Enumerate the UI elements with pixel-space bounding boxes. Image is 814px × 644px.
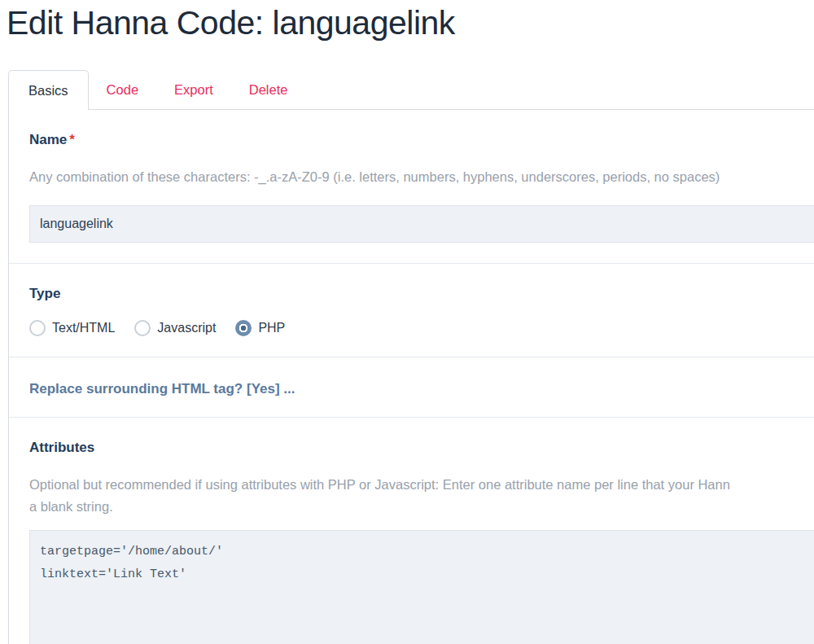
attributes-field-description: Optional but recommended if using attrib… [29, 474, 814, 518]
attributes-field-label: Attributes [29, 440, 814, 456]
radio-option-php-label: PHP [258, 321, 285, 335]
name-field-label: Name* [29, 132, 814, 148]
replace-html-tag-collapsed-fieldset[interactable]: Replace surrounding HTML tag? [Yes] ... [9, 357, 814, 417]
page: Edit Hanna Code: languagelink Basics Cod… [0, 0, 814, 644]
attributes-textarea[interactable]: targetpage='/home/about/' linktext='Link… [29, 530, 814, 644]
attributes-field-section: Attributes Optional but recommended if u… [9, 417, 814, 644]
name-input[interactable] [29, 205, 814, 243]
tab-basics-label: Basics [28, 83, 68, 99]
required-asterisk: * [69, 132, 75, 147]
radio-option-text-html[interactable]: Text/HTML [29, 320, 115, 336]
name-field-label-text: Name [29, 132, 67, 147]
tab-basics[interactable]: Basics [8, 70, 89, 110]
page-title: Edit Hanna Code: languagelink [0, 0, 814, 45]
radio-icon-selected[interactable] [235, 320, 252, 336]
name-field-description: Any combination of these characters: -_.… [29, 166, 814, 188]
name-field-section: Name* Any combination of these character… [9, 110, 814, 263]
radio-icon[interactable] [134, 320, 151, 336]
attributes-description-line2: a blank string. [29, 496, 814, 518]
tab-export[interactable]: Export [156, 70, 231, 109]
type-field-section: Type Text/HTML Javascript PHP [9, 263, 814, 357]
radio-option-javascript-label: Javascript [157, 321, 216, 335]
type-radio-group: Text/HTML Javascript PHP [29, 320, 814, 336]
radio-option-text-html-label: Text/HTML [52, 321, 115, 335]
tab-bar: Basics Code Export Delete [8, 70, 814, 110]
tab-delete-label: Delete [249, 82, 288, 98]
tab-code[interactable]: Code [89, 70, 156, 109]
replace-html-tag-label: Replace surrounding HTML tag? [Yes] ... [29, 380, 814, 397]
type-field-label: Type [29, 286, 814, 302]
tab-code-label: Code [107, 82, 138, 98]
radio-option-javascript[interactable]: Javascript [134, 320, 216, 336]
tab-export-label: Export [174, 82, 213, 98]
radio-icon[interactable] [29, 320, 46, 336]
attributes-description-line1: Optional but recommended if using attrib… [29, 474, 814, 496]
radio-option-php[interactable]: PHP [235, 320, 285, 336]
form-panel: Name* Any combination of these character… [8, 110, 814, 644]
tab-delete[interactable]: Delete [231, 70, 306, 109]
